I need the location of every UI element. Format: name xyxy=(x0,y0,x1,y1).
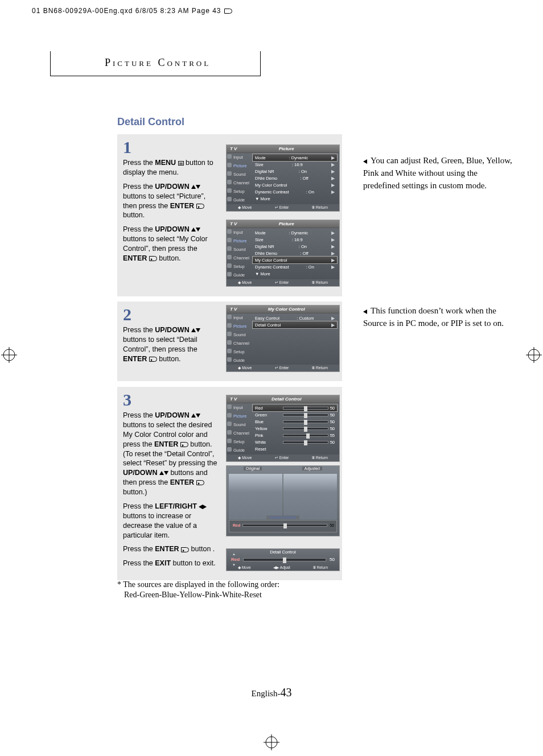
osd-sidebar-picture: Picture xyxy=(227,412,250,420)
down-icon xyxy=(164,471,168,475)
step-3: 3 Press the UP/DOWN buttons to select th… xyxy=(117,387,342,580)
osd-sidebar-input: Input xyxy=(227,228,250,237)
osd-row: Mode: Dynamic▶ xyxy=(253,229,337,236)
enter-icon xyxy=(180,442,188,447)
osd-sidebar-sound: Sound xyxy=(227,331,250,339)
osd-sidebar-channel: Channel xyxy=(227,429,250,437)
step-2-text: Press the UP/DOWN buttons to select “Det… xyxy=(123,325,220,364)
crop-mark-right-icon xyxy=(526,347,542,363)
page-footer: English-43 xyxy=(0,686,543,699)
osd-row: Digital NR: On▶ xyxy=(253,243,337,250)
osd-row: My Color Control▶ xyxy=(253,257,337,263)
osd-row: Digital NR: On▶ xyxy=(253,168,337,175)
osd-sidebar-channel: Channel xyxy=(227,254,250,262)
chapter-title: Picture Control xyxy=(105,57,211,69)
step-1-text: Press the MENU button to display the men… xyxy=(123,158,220,263)
osd-sidebar-channel: Channel xyxy=(227,179,250,187)
up-icon xyxy=(191,185,196,189)
osd-slider-row: Green50 xyxy=(253,411,337,418)
enter-icon xyxy=(181,547,189,552)
osd-sidebar-channel: Channel xyxy=(227,339,250,348)
label-adjusted: Adjusted xyxy=(302,466,322,470)
step-3-text: Press the UP/DOWN buttons to select the … xyxy=(123,411,220,568)
osd-row: My Color Control▶ xyxy=(253,181,337,188)
osd-sidebar-guide: Guide xyxy=(227,196,250,204)
section-title: Detail Control xyxy=(117,116,184,128)
photo-adjust-bar: Detail Control Red50 xyxy=(229,520,337,532)
down-icon xyxy=(196,328,200,332)
osd-picture-1: T VPicture InputPictureSoundChannelSetup… xyxy=(226,144,340,212)
print-header: 01 BN68-00929A-00Eng.qxd 6/8/05 8:23 AM … xyxy=(32,7,233,15)
down-icon xyxy=(196,185,200,189)
osd-row: Easy Control: Custom▶ xyxy=(253,315,337,321)
enter-icon xyxy=(149,256,157,261)
down-icon xyxy=(196,228,200,232)
osd-my-color-control: T VMy Color Control InputPictureSoundCha… xyxy=(226,305,340,372)
photo-adjusted xyxy=(283,474,337,519)
up-icon xyxy=(191,228,196,232)
side-note-1-text: You can adjust Red, Green, Blue, Yellow,… xyxy=(363,156,512,190)
osd-slider-row: Yellow50 xyxy=(253,425,337,432)
osd-sidebar-sound: Sound xyxy=(227,170,250,179)
osd-sidebar-input: Input xyxy=(227,153,250,162)
osd-sidebar-guide: Guide xyxy=(227,356,250,365)
crop-mark-bottom-icon xyxy=(264,734,279,750)
print-header-text: 01 BN68-00929A-00Eng.qxd 6/8/05 8:23 AM … xyxy=(32,7,221,15)
osd-row: Detail Control▶ xyxy=(253,321,337,328)
osd-photo-preview: Original Adjusted Detail Control Red50 xyxy=(226,465,340,536)
print-header-glyph-icon xyxy=(224,9,232,14)
osd-row: Size: 16:9▶ xyxy=(253,236,337,243)
caret-left-icon xyxy=(363,309,367,314)
up-icon xyxy=(191,414,196,418)
osd-sidebar-input: Input xyxy=(227,313,250,322)
side-note-2: This function doesn’t work when the Sour… xyxy=(363,305,514,330)
osd-sidebar-setup: Setup xyxy=(227,262,250,271)
order-note: * The sources are displayed in the follo… xyxy=(117,580,279,589)
osd-sidebar-guide: Guide xyxy=(227,271,250,279)
osd-sidebar-picture: Picture xyxy=(227,237,250,245)
osd-sidebar-guide: Guide xyxy=(227,446,250,455)
step-1: 1 Press the MENU button to display the m… xyxy=(117,134,342,296)
footer-page-number: 43 xyxy=(280,686,291,699)
enter-icon xyxy=(196,204,204,209)
osd-sidebar-picture: Picture xyxy=(227,322,250,331)
osd-row: Dynamic Contrast: On▶ xyxy=(253,188,337,195)
osd-row: DNIe Demo: Off▶ xyxy=(253,250,337,257)
menu-icon xyxy=(178,161,184,166)
osd-sidebar-setup: Setup xyxy=(227,187,250,196)
osd-row: ▼ More xyxy=(253,195,337,202)
up-icon xyxy=(191,328,196,332)
osd-slider-row: Red50 xyxy=(253,404,337,411)
osd-slider-row: Blue50 xyxy=(253,418,337,425)
osd-adjust-strip: Detail Control Red50 ◆ Move◀▶ AdjustⅢ Re… xyxy=(226,548,340,571)
enter-icon xyxy=(149,357,157,362)
enter-icon xyxy=(196,480,204,485)
step-2: 2 Press the UP/DOWN buttons to select “D… xyxy=(117,301,342,381)
osd-row: Mode: Dynamic▶ xyxy=(253,154,337,161)
osd-slider-row: Reset xyxy=(253,445,337,452)
up-icon xyxy=(159,471,164,475)
osd-slider-row: White50 xyxy=(253,439,337,445)
label-original: Original xyxy=(244,466,262,470)
side-note-2-text: This function doesn’t work when the Sour… xyxy=(363,306,504,328)
osd-row: DNIe Demo: Off▶ xyxy=(253,175,337,181)
side-note-1: You can adjust Red, Green, Blue, Yellow,… xyxy=(363,155,514,192)
osd-slider-row: Pink55 xyxy=(253,432,337,439)
osd-row: ▼ More xyxy=(253,270,337,277)
osd-row: Size: 16:9▶ xyxy=(253,161,337,168)
osd-detail-control: T VDetail Control InputPictureSoundChann… xyxy=(226,395,340,462)
osd-sidebar-sound: Sound xyxy=(227,420,250,429)
osd-sidebar-setup: Setup xyxy=(227,348,250,356)
order-list: Red-Green-Blue-Yellow-Pink-White-Reset xyxy=(124,590,262,600)
left-icon xyxy=(199,505,203,509)
crop-mark-left-icon xyxy=(1,347,17,363)
photo-original xyxy=(229,474,282,519)
osd-picture-2: T VPicture InputPictureSoundChannelSetup… xyxy=(226,220,340,287)
osd-sidebar-picture: Picture xyxy=(227,162,250,170)
right-icon xyxy=(203,505,207,509)
osd-sidebar-setup: Setup xyxy=(227,437,250,446)
caret-left-icon xyxy=(363,159,367,164)
footer-lang: English- xyxy=(252,689,281,698)
osd-row: Dynamic Contrast: On▶ xyxy=(253,263,337,270)
osd-sidebar-input: Input xyxy=(227,403,250,412)
